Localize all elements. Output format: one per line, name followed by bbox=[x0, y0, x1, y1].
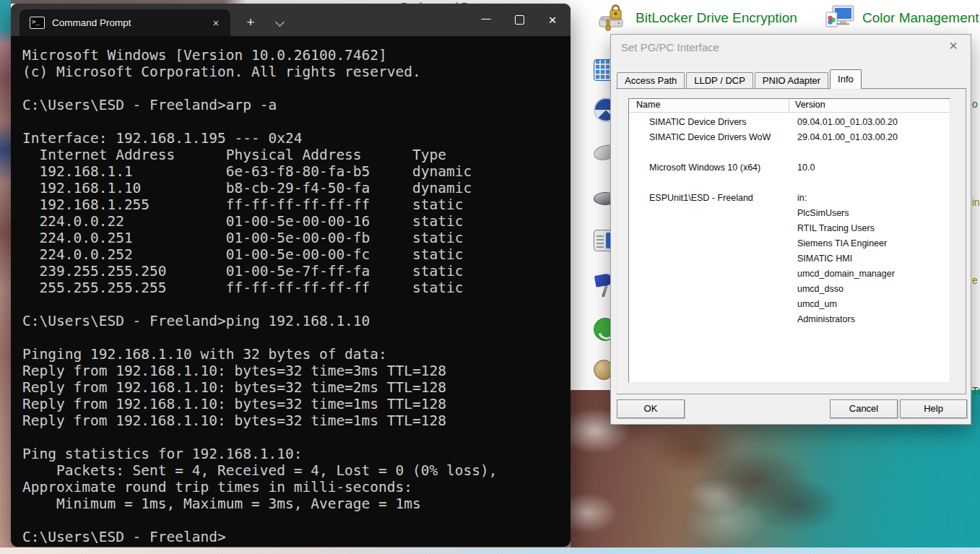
table-row bbox=[629, 178, 950, 193]
right-edge-fragment: e bbox=[972, 274, 980, 286]
minimize-button[interactable]: — bbox=[469, 4, 503, 36]
row-version: Administrators bbox=[797, 314, 855, 329]
table-row[interactable]: SIMATIC Device Drivers09.04.01.00_01.03.… bbox=[629, 117, 950, 132]
row-version: 29.04.01.00_01.03.00.20 bbox=[797, 132, 898, 147]
right-edge-fragment: To bbox=[972, 385, 980, 397]
row-version: in: bbox=[797, 193, 807, 208]
tab-info[interactable]: Info bbox=[830, 69, 862, 89]
row-version: umcd_um bbox=[797, 299, 837, 314]
maximize-icon bbox=[515, 15, 524, 25]
set-pgpc-interface-dialog: Set PG/PC Interface × Access Path LLDP /… bbox=[610, 34, 971, 425]
tab-pnio-adapter[interactable]: PNIO Adapter bbox=[755, 72, 828, 89]
row-version: PlcSimUsers bbox=[797, 208, 849, 223]
table-row[interactable]: umcd_dsso bbox=[629, 284, 950, 299]
dialog-title: Set PG/PC Interface bbox=[621, 41, 719, 53]
help-button[interactable]: Help bbox=[900, 399, 967, 418]
list-header: Name Version bbox=[629, 99, 950, 113]
desktop: BitLocker Drive Encryption Color Managem… bbox=[0, 0, 980, 554]
close-button[interactable]: × bbox=[536, 4, 569, 36]
new-tab-button[interactable]: + bbox=[240, 12, 261, 33]
tab-command-prompt[interactable]: >_ Command Prompt × bbox=[19, 9, 230, 36]
table-row[interactable]: umcd_domain_manager bbox=[629, 269, 950, 284]
table-row[interactable]: SIMATIC HMI bbox=[629, 254, 950, 269]
info-tab-page: Name Version SIMATIC Device Drivers09.04… bbox=[616, 89, 966, 394]
ok-button[interactable]: OK bbox=[617, 399, 685, 418]
close-icon: × bbox=[548, 12, 556, 28]
dialog-tab-strip: Access Path LLDP / DCP PNIO Adapter Info bbox=[617, 70, 863, 89]
taskbar[interactable] bbox=[0, 547, 980, 554]
terminal-output: Microsoft Windows [Version 10.0.26100.74… bbox=[11, 36, 571, 545]
row-name: Microsoft Windows 10 (x64) bbox=[629, 163, 797, 178]
color-management-icon bbox=[823, 4, 855, 33]
command-prompt-icon: >_ bbox=[30, 17, 45, 29]
table-row[interactable]: umcd_um bbox=[629, 299, 950, 314]
row-version: umcd_dsso bbox=[797, 284, 844, 299]
tab-lldp-dcp[interactable]: LLDP / DCP bbox=[686, 72, 753, 89]
row-name: SIMATIC Device Drivers WoW bbox=[629, 132, 797, 147]
table-row[interactable]: Siemens TIA Engineer bbox=[629, 238, 950, 254]
table-row[interactable]: RTIL Tracing Users bbox=[629, 223, 950, 238]
terminal-content[interactable]: Microsoft Windows [Version 10.0.26100.74… bbox=[11, 36, 571, 547]
security-flag-icon[interactable] bbox=[594, 273, 608, 298]
column-header-version[interactable]: Version bbox=[789, 99, 950, 112]
row-version: umcd_domain_manager bbox=[797, 269, 895, 284]
minimize-icon: — bbox=[482, 13, 491, 24]
color-management-link-label: Color Management bbox=[862, 10, 979, 26]
row-version: SIMATIC HMI bbox=[797, 254, 852, 269]
cancel-button[interactable]: Cancel bbox=[830, 399, 898, 418]
row-name: ESPUnit1\ESD - Freeland bbox=[629, 193, 797, 208]
chevron-down-icon[interactable] bbox=[275, 17, 285, 27]
tab-title: Command Prompt bbox=[52, 17, 209, 28]
right-edge-fragment: in bbox=[972, 196, 980, 208]
window-caption-buttons: — × bbox=[469, 4, 569, 36]
driver-version-list[interactable]: Name Version SIMATIC Device Drivers09.04… bbox=[628, 98, 950, 383]
table-row[interactable]: Microsoft Windows 10 (x64)10.0 bbox=[629, 163, 950, 178]
table-row[interactable]: PlcSimUsers bbox=[629, 208, 950, 223]
tab-close-icon[interactable]: × bbox=[209, 17, 223, 29]
row-version: Siemens TIA Engineer bbox=[797, 238, 887, 254]
column-header-name[interactable]: Name bbox=[629, 99, 789, 112]
desktop-wallpaper-left-sliver bbox=[0, 0, 11, 554]
row-version: 09.04.01.00_01.03.00.20 bbox=[797, 117, 898, 132]
table-row[interactable]: Administrators bbox=[629, 314, 950, 329]
table-row bbox=[629, 147, 950, 163]
right-edge-fragment: o bbox=[972, 98, 980, 110]
list-rows: SIMATIC Device Drivers09.04.01.00_01.03.… bbox=[629, 113, 950, 329]
table-row[interactable]: SIMATIC Device Drivers WoW29.04.01.00_01… bbox=[629, 132, 950, 147]
tab-pane-border bbox=[616, 88, 966, 89]
terminal-window: >_ Command Prompt × + — × Microsoft Wind… bbox=[11, 4, 571, 547]
table-row[interactable]: ESPUnit1\ESD - Freelandin: bbox=[629, 193, 950, 208]
close-icon[interactable]: × bbox=[945, 38, 962, 54]
bitlocker-link-label: BitLocker Drive Encryption bbox=[636, 10, 797, 26]
control-panel-item-bitlocker[interactable]: BitLocker Drive Encryption bbox=[598, 4, 797, 33]
maximize-button[interactable] bbox=[503, 4, 536, 36]
control-panel-item-color-management[interactable]: Color Management bbox=[823, 4, 979, 33]
tab-access-path[interactable]: Access Path bbox=[617, 72, 685, 89]
terminal-titlebar: >_ Command Prompt × + — × bbox=[11, 4, 571, 36]
row-version: RTIL Tracing Users bbox=[797, 223, 875, 238]
row-name: SIMATIC Device Drivers bbox=[629, 117, 797, 132]
row-version: 10.0 bbox=[797, 163, 815, 178]
